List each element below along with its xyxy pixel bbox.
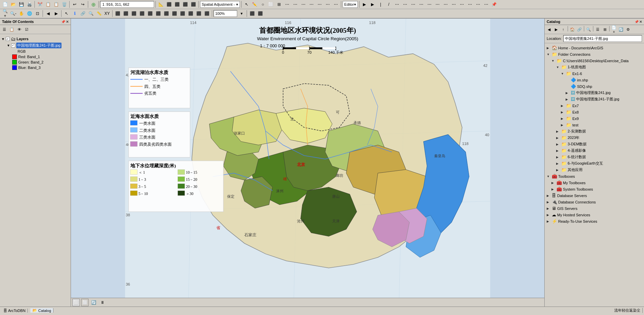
toc-sel-view-btn[interactable]: ☑ [23,26,30,33]
ex9-item[interactable]: ▶ 📁 Ex9 [560,115,643,122]
catalog-thumbnail-btn[interactable]: ⊞ [601,26,608,33]
toolboxes-expand[interactable]: ▼ [547,175,551,178]
tool-d[interactable]: ⬛ [138,10,146,17]
home-expand[interactable]: ▶ [547,46,551,50]
folder-stats-expand[interactable]: ▶ [556,155,560,159]
catalog-refresh-btn[interactable]: 🔄 [618,26,624,33]
tool7[interactable]: ⬜ [267,1,275,8]
toc-vis-view-btn[interactable]: 👁 [16,26,23,33]
tool1[interactable]: ⬛ [165,1,173,8]
img241-item[interactable]: ▶ 🖼 中国地理图集241.jpg [565,90,643,96]
cut-btn[interactable]: ✂️ [36,1,44,8]
layer-name[interactable]: 中国地理图集241-子图.jpg [16,43,61,48]
paste-btn[interactable]: 📋 [52,1,60,8]
ex7-expand[interactable]: ▶ [561,104,565,107]
gis-servers-expand[interactable]: ▶ [547,207,551,210]
folder-1-expand[interactable]: ▼ [556,66,560,69]
full-extent-btn[interactable]: ⊡ [34,10,41,17]
tool-l[interactable]: ⬛ [203,10,210,17]
catalog-home-item[interactable]: ▶ 🏠 Home - Documents\ArcGIS [546,45,643,51]
img241-sub-item[interactable]: ▶ 🖼 中国地理图集241-子图.jpg [565,96,643,102]
edit3[interactable]: | [377,1,385,8]
db-servers-expand[interactable]: ▶ [547,194,551,197]
find-btn[interactable]: 🔍 [87,10,95,17]
folder-dem-expand[interactable]: ▶ [556,143,560,146]
ready-to-use-item[interactable]: ▶ ⚡ Ready-To-Use Services [546,218,643,224]
tool10[interactable]: ⋯ [292,1,299,8]
edit11[interactable]: ⋯ [442,1,449,8]
hyperlink-btn[interactable]: 🔗 [79,10,86,17]
globe-btn[interactable]: 🌐 [26,10,33,17]
status-catalog[interactable]: 📂 Catalog [30,308,53,313]
tool12[interactable]: ⋯ [308,1,315,8]
edit2[interactable]: ▶ [369,1,376,8]
my-toolboxes-expand[interactable]: ▶ [551,181,555,185]
edit15[interactable]: ⋯ [474,1,482,8]
toolboxes-item[interactable]: ▼ 🧰 Toolboxes [546,173,643,179]
toc-list-view-btn[interactable]: ☰ [1,26,8,33]
tool8[interactable]: ⊞ [275,1,283,8]
db-connections-expand[interactable]: ▶ [547,200,551,204]
edit16[interactable]: ⋯ [482,1,490,8]
catalog-pin-btn[interactable]: 📌 [635,20,639,24]
zoom-dropdown-btn[interactable]: ▾ [238,10,245,17]
catalog-close-btn[interactable]: ✕ [639,20,642,24]
tool-f[interactable]: ⬛ [154,10,162,17]
layer-item-1[interactable]: ▼ ✓ 中国地理图集241-子图.jpg [7,42,69,49]
catalog-view-btn[interactable]: ☰ [594,26,601,33]
open-btn[interactable]: 📂 [9,1,17,8]
tool-i[interactable]: ⬛ [179,10,186,17]
folder-stats-item[interactable]: ▶ 📁 6-统计数据 [555,154,643,160]
system-toolboxes-item[interactable]: ▶ 🧰 System Toolboxes [551,186,643,192]
status-arctodbn[interactable]: 🗄 ArcToDBN [1,309,28,313]
ex9-expand[interactable]: ▶ [561,117,565,120]
save-btn[interactable]: 💾 [18,1,25,8]
my-hosted-services-item[interactable]: ▶ ☁ My Hosted Services [546,212,643,218]
select-btn[interactable]: ↖ [63,10,70,17]
folder-ge-item[interactable]: ▶ 📁 6-与GoogleEarth交互 [555,160,643,167]
folder-rs-expand[interactable]: ▶ [556,149,560,152]
pan-btn[interactable]: ✋ [18,10,25,17]
toc-source-view-btn[interactable]: 📋 [8,26,15,33]
folder-2-expand[interactable]: ▶ [556,130,560,133]
ex8-expand[interactable]: ▶ [561,111,565,114]
new-btn[interactable]: 📄 [1,1,9,8]
catalog-location-input[interactable] [563,35,642,42]
folder-ge-expand[interactable]: ▶ [556,162,560,165]
edit13[interactable]: ⋯ [458,1,466,8]
folder-dem-item[interactable]: ▶ 📁 3-DEM数据 [555,141,643,147]
tool-e[interactable]: ⬛ [146,10,154,17]
catalog-connect-btn[interactable]: 🔗 [576,26,583,33]
info-btn[interactable]: ℹ [71,10,78,17]
editor-dropdown[interactable]: Editor▾ [343,1,358,8]
xy-btn[interactable]: XY [103,10,111,17]
hosted-expand[interactable]: ▶ [547,213,551,217]
map-layout-btn1[interactable]: ⬜ [72,299,80,306]
delete-btn[interactable]: 🗑️ [60,1,68,8]
database-servers-item[interactable]: ▶ 🗄 Database Servers [546,192,643,199]
exercise-data-item[interactable]: ▼ 📁 C:\Users\86156\Desktop\Exercise_Data [551,57,643,64]
im-shp-item[interactable]: ▶ 🔷 im.shp [565,77,643,83]
edit8[interactable]: ⋯ [418,1,425,8]
folder-other-item[interactable]: ▶ 📁 其他应用 [555,167,643,173]
folder-2-item[interactable]: ▶ 📁 2-实测数据 [555,128,643,135]
tool-m[interactable]: ⬛ [248,10,256,17]
ex8-item[interactable]: ▶ 📁 Ex8 [560,109,643,115]
ex1-6-expand[interactable]: ▼ [561,72,565,75]
tool-c[interactable]: ⬛ [130,10,138,17]
tool15[interactable]: ⋯ [332,1,340,8]
folder-2023-item[interactable]: ▶ 📁 2023年 [555,135,643,141]
print-btn[interactable]: 🖨️ [26,1,33,8]
tool-k[interactable]: ⬛ [195,10,202,17]
undo-btn[interactable]: ↩ [71,1,78,8]
system-toolboxes-expand[interactable]: ▶ [551,188,555,191]
folder-connections-expand[interactable]: ▼ [547,53,551,56]
tool-h[interactable]: ⬛ [171,10,178,17]
catalog-home-btn[interactable]: 🏠 [569,26,576,33]
zoom-in-btn[interactable]: 🔍+ [1,10,9,17]
edit14[interactable]: ⋯ [466,1,474,8]
map-refresh-btn[interactable]: 🔄 [90,299,97,306]
layer-expand[interactable]: ▼ [7,44,10,47]
tool-g[interactable]: ⬛ [163,10,170,17]
toc-close-btn[interactable]: ✕ [66,20,69,24]
